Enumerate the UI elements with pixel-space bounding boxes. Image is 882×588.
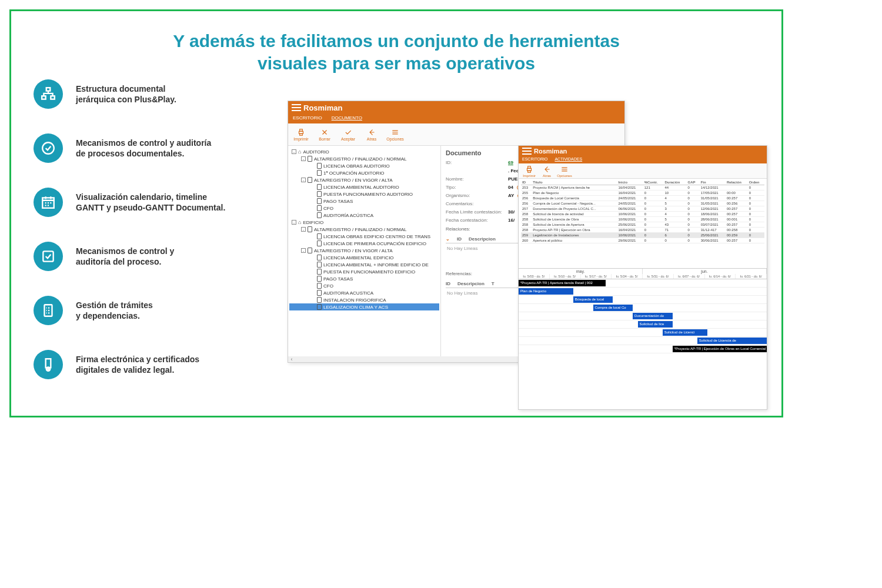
gantt-week: lu. 5/31 - do. 6/ [643, 274, 674, 279]
tree-node[interactable]: LICENCIA AMBIENTAL AUDITORIO [289, 183, 439, 191]
gantt-bar[interactable]: *Proyecto AP-TR | Apertura tienda Retail… [519, 280, 606, 286]
table-row[interactable]: 256Búsqueda de Local Comercia24/05/20210… [521, 196, 764, 201]
feature-icon [34, 133, 63, 163]
gantt-bar[interactable]: Búsqueda de local [573, 296, 613, 303]
tree-node[interactable]: LICENCIA OBRAS AUDITORIO [289, 162, 439, 169]
tree-node[interactable]: INSTALACION FRIGORIFICA [289, 296, 439, 303]
tree-node[interactable]: LICENCIA AMBIENTAL + INFORME EDIFICIO DE [289, 261, 439, 268]
feature-icon [34, 296, 63, 325]
gantt-bar[interactable]: Plan de Negocio [519, 288, 573, 295]
table-row[interactable]: 258Solicitud de Licencia de Apertura25/0… [521, 222, 764, 228]
gantt-bar[interactable]: Solicitud de Licencia de [697, 338, 767, 344]
tree-node[interactable]: PAGO TASAS [289, 198, 439, 205]
tool-imprimir[interactable]: Imprimir [290, 128, 312, 141]
gantt-bar[interactable]: Compra de local Co [593, 305, 633, 311]
table-row[interactable]: 258Solicitud de licencia de actividad10/… [521, 212, 764, 217]
gantt-week: lu. 5/10 - do. 5/ [550, 274, 581, 279]
table-row[interactable]: 257Documentación de Proyecto LOCAL C...0… [521, 206, 764, 212]
gantt-week: lu. 5/24 - do. 5/ [612, 274, 643, 279]
tree-node[interactable]: LICENCIA OBRAS EDIFICIO CENTRO DE TRANS [289, 233, 439, 240]
win1-toolbar: ImprimirBorrarAceptarAtrasOpciones [288, 123, 624, 146]
gantt-bar[interactable]: Documentación do [633, 313, 673, 319]
svg-point-3 [42, 142, 54, 154]
tree-node[interactable]: AUDITORIA ACUSTICA [289, 289, 439, 296]
feature-icon [34, 242, 63, 271]
tree-node[interactable]: PAGO TASAS [289, 275, 439, 282]
tree-node[interactable]: -ALTA/REGISTRO / FINALIZADO / NORMAL [289, 155, 439, 162]
tree-node[interactable]: -ALTA/REGISTRO / EN VIGOR / ALTA [289, 176, 439, 183]
svg-rect-11 [527, 168, 532, 171]
screenshots-group: Rosmiman ESCRITORIO DOCUMENTO ImprimirBo… [288, 101, 770, 418]
tab-escritorio-2[interactable]: ESCRITORIO [519, 156, 551, 163]
tab-documento[interactable]: DOCUMENTO [327, 114, 367, 123]
table-row[interactable]: 260Apertura al público29/06/202100030/06… [521, 238, 764, 243]
gantt-bar[interactable]: Solicitud de lice [638, 321, 673, 328]
menu-icon[interactable] [292, 104, 301, 111]
gantt-row: Plan de Negocio [519, 288, 767, 296]
feature-item: Estructura documentaljerárquica con Plus… [34, 79, 257, 109]
svg-rect-0 [46, 88, 51, 91]
tree-node[interactable]: 1ª OCUPACIÓN AUDITORIO [289, 169, 439, 176]
tree-node[interactable]: LEGALIZACION CLIMA Y ACS [289, 303, 439, 310]
tool-atras[interactable]: Atras [361, 128, 382, 141]
feature-item: Firma electrónica y certificadosdigitale… [34, 350, 257, 379]
svg-rect-2 [51, 96, 55, 99]
win2-tabs: ESCRITORIO ACTIVIDADES [519, 156, 767, 163]
tree-node[interactable]: AUDITORÍA ACÚSTICA [289, 212, 439, 219]
tab-actividades[interactable]: ACTIVIDADES [551, 156, 586, 163]
table-row[interactable]: 256Compra de Local Comercial - Negocia..… [521, 201, 764, 206]
table-row[interactable]: 259Legalización de Instalaciones10/06/20… [521, 233, 764, 238]
tree-node[interactable]: LICENCIA AMBIENTAL EDIFICIO [289, 254, 439, 261]
tree-node[interactable]: -⌂EDIFICIO [289, 219, 439, 226]
win1-titlebar: Rosmiman [288, 101, 624, 114]
feature-item: Mecanismos de control y auditoríade proc… [34, 133, 257, 163]
gantt-month: jun. [643, 269, 767, 274]
features-list: Estructura documentaljerárquica con Plus… [34, 79, 257, 404]
gantt-week: lu. 6/14 - do. 6/ [705, 274, 736, 279]
tree-node[interactable]: -ALTA/REGISTRO / EN VIGOR / ALTA [289, 247, 439, 254]
tab-escritorio[interactable]: ESCRITORIO [288, 114, 327, 123]
tool-aceptar[interactable]: Aceptar [338, 128, 359, 141]
gantt-week: lu. 5/03 - do. 5/ [519, 274, 550, 279]
gantt-row: Búsqueda de local [519, 296, 767, 304]
tree-node[interactable]: CFO [289, 205, 439, 212]
gantt-chart[interactable]: may.jun. lu. 5/03 - do. 5/lu. 5/10 - do.… [519, 268, 767, 353]
window-actividades: Rosmiman ESCRITORIO ACTIVIDADES Imprimir… [518, 145, 767, 410]
table-row[interactable]: 253Proyecto RACM | Apertura tienda he16/… [521, 185, 764, 191]
gantt-week: lu. 6/07 - do. 6/ [674, 274, 705, 279]
gantt-row: Compra de local Co [519, 304, 767, 312]
feature-item: Visualización calendario, timelineGANTT … [34, 188, 257, 217]
feature-text: Estructura documentaljerárquica con Plus… [76, 83, 176, 105]
tree-node[interactable]: LICENCIA DE PRIMERA OCUPACIÓN EDIFICIO [289, 240, 439, 247]
tree-node[interactable]: CFO [289, 282, 439, 289]
activities-table[interactable]: IDTítuloInicio%Contr.DuraciónGAPFinRelac… [521, 180, 764, 243]
gantt-bar[interactable]: Solicitud de Licenci [663, 329, 707, 336]
gantt-bar[interactable]: *Proyecto AP-TR | Ejecución de Obras en … [673, 346, 767, 352]
tree-pane[interactable]: -⌂AUDITORIO-ALTA/REGISTRO / FINALIZADO /… [288, 146, 441, 362]
gantt-row: Solicitud de Licencia de [519, 337, 767, 345]
gantt-week: lu. 6/21 - do. 6/ [736, 274, 767, 279]
feature-item: Mecanismos de control yauditoría del pro… [34, 242, 257, 271]
svg-rect-10 [300, 133, 303, 135]
gantt-row: Documentación do [519, 312, 767, 320]
gantt-row: Solicitud de lice [519, 320, 767, 329]
tree-node[interactable]: -ALTA/REGISTRO / FINALIZADO / NORMAL [289, 226, 439, 233]
table-row[interactable]: 255Plan de Negocio16/04/2021010017/05/20… [521, 191, 764, 196]
gantt-row: *Proyecto AP-TR | Ejecución de Obras en … [519, 345, 767, 353]
tree-node[interactable]: -⌂AUDITORIO [289, 148, 439, 155]
tool-opciones[interactable]: Opciones [385, 128, 406, 141]
tree-node[interactable]: PUESTA EN FUNCIONAMIENTO EDIFICIO [289, 268, 439, 275]
feature-text: Mecanismos de control y auditoríade proc… [76, 138, 211, 159]
menu-icon[interactable] [522, 148, 532, 155]
tool-borrar[interactable]: Borrar [314, 128, 335, 141]
table-row[interactable]: 258Solicitud de Licencia de Obra10/06/20… [521, 217, 764, 222]
tool-opciones[interactable]: Opciones [557, 165, 572, 178]
table-row[interactable]: 258Proyecto AP-TR | Ejecución en Obra16/… [521, 228, 764, 233]
win2-toolbar: ImprimirAtrasOpciones [519, 163, 767, 179]
tool-imprimir[interactable]: Imprimir [522, 165, 536, 178]
feature-icon [34, 188, 63, 217]
tree-node[interactable]: PUESTA FUNCIONAMIENTO AUDITORIO [289, 191, 439, 198]
tool-atras[interactable]: Atras [540, 165, 554, 178]
feature-text: Firma electrónica y certificadosdigitale… [76, 354, 199, 375]
svg-rect-13 [528, 171, 531, 172]
